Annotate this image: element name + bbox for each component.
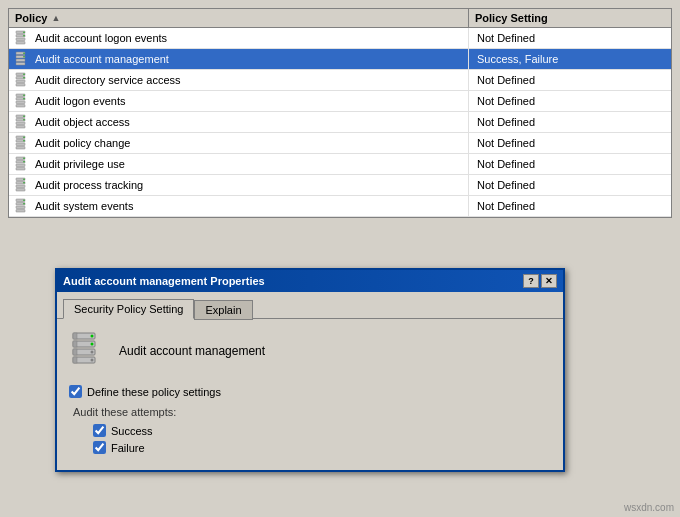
policy-cell: Audit account logon events xyxy=(9,28,469,48)
policy-name: Audit account management xyxy=(35,53,169,65)
policy-name: Audit object access xyxy=(35,116,130,128)
setting-column-header[interactable]: Policy Setting xyxy=(469,9,671,27)
policy-name: Audit logon events xyxy=(35,95,126,107)
table-row[interactable]: Audit privilege use Not Defined xyxy=(9,154,671,175)
svg-rect-9 xyxy=(16,63,25,66)
svg-point-40 xyxy=(23,158,24,159)
table-row[interactable]: Audit system events Not Defined xyxy=(9,196,671,217)
svg-point-62 xyxy=(91,335,94,338)
success-label: Success xyxy=(111,425,153,437)
policy-big-icon xyxy=(69,331,109,371)
dialog-content: Audit account management Define these po… xyxy=(57,319,563,470)
svg-point-29 xyxy=(23,119,24,120)
policy-cell: Audit privilege use xyxy=(9,154,469,174)
table-header: Policy ▲ Policy Setting xyxy=(9,9,671,28)
dialog-title: Audit account management Properties xyxy=(63,275,523,287)
policy-cell: Audit system events xyxy=(9,196,469,216)
policy-cell: Audit logon events xyxy=(9,91,469,111)
setting-cell: Success, Failure xyxy=(469,49,671,69)
tabs-bar: Security Policy Setting Explain xyxy=(57,292,563,319)
policy-row-icon xyxy=(15,135,31,151)
tab-security-policy-setting[interactable]: Security Policy Setting xyxy=(63,299,194,319)
svg-rect-21 xyxy=(16,105,25,108)
table-row[interactable]: Audit process tracking Not Defined xyxy=(9,175,671,196)
svg-point-41 xyxy=(23,161,24,162)
setting-cell: Not Defined xyxy=(469,196,671,216)
table-row[interactable]: Audit logon events Not Defined xyxy=(9,91,671,112)
close-button[interactable]: ✕ xyxy=(541,274,557,288)
svg-rect-39 xyxy=(16,168,25,171)
svg-point-35 xyxy=(23,140,24,141)
policy-row-icon xyxy=(15,30,31,46)
setting-cell: Not Defined xyxy=(469,175,671,195)
policy-cell: Audit process tracking xyxy=(9,175,469,195)
define-policy-label: Define these policy settings xyxy=(87,386,221,398)
setting-cell: Not Defined xyxy=(469,133,671,153)
svg-point-23 xyxy=(23,98,24,99)
svg-point-34 xyxy=(23,137,24,138)
success-checkbox-row[interactable]: Success xyxy=(93,424,551,437)
svg-rect-3 xyxy=(16,42,25,45)
table-row[interactable]: Audit object access Not Defined xyxy=(9,112,671,133)
setting-cell: Not Defined xyxy=(469,70,671,90)
policy-cell: Audit object access xyxy=(9,112,469,132)
table-row[interactable]: Audit policy change Not Defined xyxy=(9,133,671,154)
policy-cell: Audit policy change xyxy=(9,133,469,153)
dialog-titlebar: Audit account management Properties ? ✕ xyxy=(57,270,563,292)
help-button[interactable]: ? xyxy=(523,274,539,288)
svg-rect-2 xyxy=(16,38,25,41)
setting-cell: Not Defined xyxy=(469,154,671,174)
policy-row-icon xyxy=(15,198,31,214)
policy-name: Audit system events xyxy=(35,200,133,212)
attempts-label: Audit these attempts: xyxy=(73,406,551,418)
policy-table-body: Audit account logon events Not Defined A… xyxy=(9,28,671,217)
policy-row-icon xyxy=(15,114,31,130)
dialog-policy-name: Audit account management xyxy=(119,344,265,358)
policy-name: Audit policy change xyxy=(35,137,130,149)
svg-point-22 xyxy=(23,95,24,96)
svg-rect-32 xyxy=(16,143,25,146)
svg-rect-61 xyxy=(73,357,77,363)
success-checkbox[interactable] xyxy=(93,424,106,437)
policy-row-icon xyxy=(15,177,31,193)
svg-point-4 xyxy=(23,32,24,33)
define-policy-checkbox[interactable] xyxy=(69,385,82,398)
svg-point-53 xyxy=(23,203,24,204)
svg-rect-45 xyxy=(16,189,25,192)
policy-name: Audit privilege use xyxy=(35,158,125,170)
policy-name: Audit directory service access xyxy=(35,74,181,86)
setting-cell: Not Defined xyxy=(469,28,671,48)
svg-point-28 xyxy=(23,116,24,117)
dialog-control-buttons: ? ✕ xyxy=(523,274,557,288)
svg-rect-15 xyxy=(16,84,25,87)
sort-arrow-icon: ▲ xyxy=(51,13,60,23)
svg-rect-38 xyxy=(16,164,25,167)
svg-rect-50 xyxy=(16,206,25,209)
svg-rect-26 xyxy=(16,122,25,125)
policy-header-label: Policy xyxy=(15,12,47,24)
table-row[interactable]: Audit account management Success, Failur… xyxy=(9,49,671,70)
policy-list-panel: Policy ▲ Policy Setting Audit account lo… xyxy=(8,8,672,218)
tab-explain[interactable]: Explain xyxy=(194,300,252,320)
policy-cell: Audit directory service access xyxy=(9,70,469,90)
policy-header-row: Audit account management xyxy=(69,331,551,371)
svg-point-63 xyxy=(91,343,94,346)
svg-rect-14 xyxy=(16,80,25,83)
policy-name: Audit process tracking xyxy=(35,179,143,191)
svg-rect-8 xyxy=(16,59,25,62)
policy-name: Audit account logon events xyxy=(35,32,167,44)
svg-rect-55 xyxy=(73,333,77,339)
table-row[interactable]: Audit account logon events Not Defined xyxy=(9,28,671,49)
svg-point-17 xyxy=(23,77,24,78)
define-policy-checkbox-row[interactable]: Define these policy settings xyxy=(69,385,551,398)
properties-dialog: Audit account management Properties ? ✕ … xyxy=(55,268,565,472)
svg-point-65 xyxy=(91,359,94,362)
policy-row-icon xyxy=(15,51,31,67)
svg-rect-57 xyxy=(73,341,77,347)
failure-checkbox-row[interactable]: Failure xyxy=(93,441,551,454)
failure-checkbox[interactable] xyxy=(93,441,106,454)
policy-column-header[interactable]: Policy ▲ xyxy=(9,9,469,27)
policy-cell: Audit account management xyxy=(9,49,469,69)
policy-row-icon xyxy=(15,93,31,109)
table-row[interactable]: Audit directory service access Not Defin… xyxy=(9,70,671,91)
